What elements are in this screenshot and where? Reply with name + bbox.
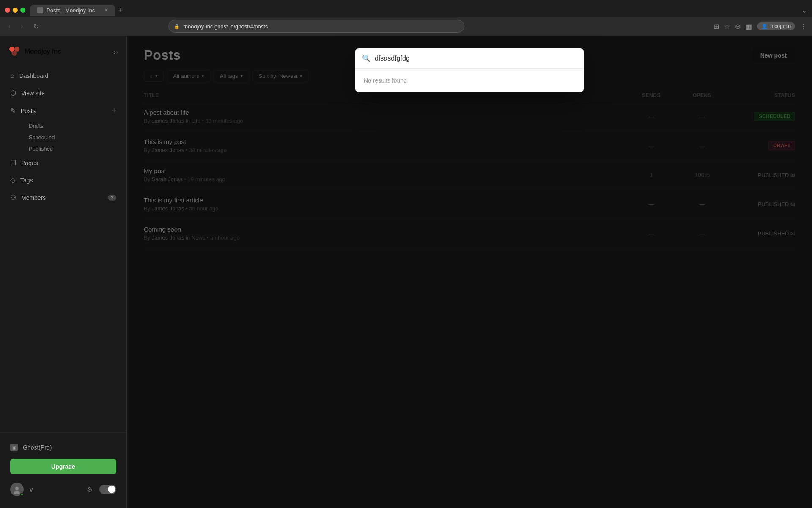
brand-logo [8,46,20,58]
user-footer: ∨ ⚙ [5,478,121,501]
active-tab[interactable]: Posts - Moodjoy Inc ✕ [30,5,115,16]
sidebar-item-published[interactable]: Published [24,143,121,155]
search-modal: 🔍 No results found [355,48,584,92]
close-dot[interactable] [5,8,10,13]
main-content: Posts New post s ▾ All authors ▾ All tag… [127,36,812,508]
sidebar-item-view-site[interactable]: ⬡ View site [5,85,121,101]
svg-point-1 [14,47,19,52]
sidebar-header: Moodjoy Inc ⌕ [0,36,126,68]
theme-toggle[interactable] [99,485,116,494]
posts-submenu: Drafts Scheduled Published [5,120,121,155]
lock-icon: 🔒 [174,24,180,29]
search-overlay[interactable] [127,36,812,508]
sidebar-item-label-members: Members [21,194,46,201]
search-input[interactable] [375,55,577,62]
brand: Moodjoy Inc [8,46,61,58]
svg-point-2 [12,51,17,56]
incognito-icon: 👤 [761,23,768,29]
settings-icon[interactable]: ⚙ [87,486,93,494]
sidebar: Moodjoy Inc ⌕ ⌂ Dashboard ⬡ View site ✎ … [0,36,127,508]
sidebar-footer: ▣ Ghost(Pro) Upgrade ∨ ⚙ [0,432,126,508]
menu-icon[interactable]: ⋮ [800,22,807,30]
svg-point-3 [15,487,19,490]
svg-point-0 [9,47,14,52]
toggle-knob [108,486,115,493]
brand-name: Moodjoy Inc [25,48,61,55]
home-icon: ⌂ [10,72,14,80]
external-link-icon: ⬡ [10,89,16,97]
sidebar-nav: ⌂ Dashboard ⬡ View site ✎ Posts + Drafts… [0,68,126,432]
sidebar-item-members[interactable]: ⚇ Members 2 [5,189,121,206]
tab-title: Posts - Moodjoy Inc [47,7,95,14]
svg-point-4 [14,491,20,494]
sidebar-item-scheduled[interactable]: Scheduled [24,132,121,143]
maximize-dot[interactable] [20,8,25,13]
back-button[interactable]: ‹ [5,21,14,32]
bookmark-icon[interactable]: ☆ [724,22,730,30]
sidebar-item-tags[interactable]: ◇ Tags [5,172,121,188]
tab-close-icon[interactable]: ✕ [104,7,108,13]
ghost-pro-icon: ▣ [10,444,18,451]
address-bar[interactable]: 🔒 moodjoy-inc.ghost.io/ghost/#/posts [168,20,464,33]
upgrade-button[interactable]: Upgrade [10,459,116,474]
members-badge: 2 [108,195,116,201]
tags-icon: ◇ [10,176,15,184]
forward-button[interactable]: › [17,21,26,32]
sidebar-item-posts[interactable]: ✎ Posts + [5,102,121,119]
sidebar-item-label-posts: Posts [21,108,36,114]
extensions-icon[interactable]: ⊕ [735,22,741,30]
add-post-icon[interactable]: + [112,106,116,115]
ghost-pro-label: Ghost(Pro) [23,444,52,451]
members-icon: ⚇ [10,193,16,202]
url-text: moodjoy-inc.ghost.io/ghost/#/posts [183,23,459,30]
sidebar-toggle-icon[interactable]: ▦ [746,22,752,30]
refresh-button[interactable]: ↻ [30,21,42,32]
incognito-badge: 👤 Incognito [757,22,795,30]
sidebar-item-label-dashboard: Dashboard [19,72,49,79]
search-input-row: 🔍 [355,48,584,69]
no-results-text: No results found [355,69,584,92]
user-chevron[interactable]: ∨ [29,486,34,494]
sidebar-item-dashboard[interactable]: ⌂ Dashboard [5,68,121,84]
search-modal-icon: 🔍 [362,54,370,62]
sidebar-item-pages[interactable]: ☐ Pages [5,155,121,171]
expand-icon[interactable]: ⌄ [801,6,807,14]
new-tab-button[interactable]: + [118,6,123,15]
search-button[interactable]: ⌕ [113,47,118,56]
online-status-dot [20,493,24,496]
avatar-icon [13,485,21,494]
pages-icon: ☐ [10,159,16,167]
sidebar-item-ghost-pro[interactable]: ▣ Ghost(Pro) [5,439,121,456]
sidebar-item-label-tags: Tags [20,177,33,184]
tab-favicon [37,7,43,13]
cast-icon[interactable]: ⊞ [713,22,719,30]
sidebar-item-drafts[interactable]: Drafts [24,120,121,132]
incognito-label: Incognito [770,23,791,29]
footer-icons: ⚙ [87,485,116,494]
posts-icon: ✎ [10,107,16,115]
sidebar-item-label-view-site: View site [21,90,45,97]
sidebar-item-label-pages: Pages [21,160,38,166]
minimize-dot[interactable] [13,8,18,13]
